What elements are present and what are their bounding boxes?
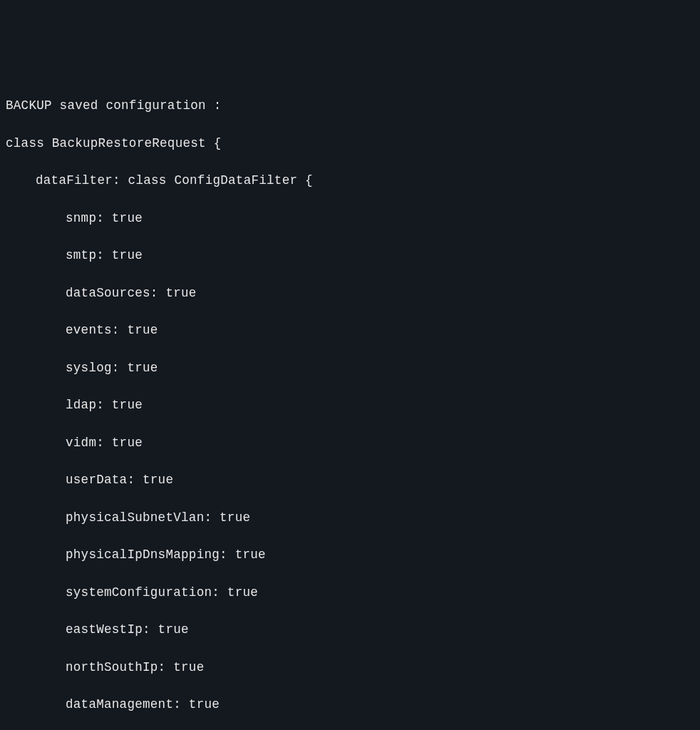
datafilter-field: systemConfiguration: true xyxy=(6,583,694,602)
output-header: BACKUP saved configuration : xyxy=(6,96,694,115)
datafilter-field: vidm: true xyxy=(6,433,694,452)
datafilter-field: snmp: true xyxy=(6,209,694,227)
terminal-output: BACKUP saved configuration : class Backu… xyxy=(6,78,694,730)
datafilter-field: eastWestIp: true xyxy=(6,620,694,639)
datafilter-field: dataSources: true xyxy=(6,284,694,302)
datafilter-field: physicalIpDnsMapping: true xyxy=(6,545,694,564)
datafilter-field: smtp: true xyxy=(6,246,694,264)
datafilter-field: userData: true xyxy=(6,471,694,489)
datafilter-field: syslog: true xyxy=(6,359,694,377)
datafilter-declaration: dataFilter: class ConfigDataFilter { xyxy=(6,171,694,190)
datafilter-field: ldap: true xyxy=(6,396,694,414)
datafilter-field: physicalSubnetVlan: true xyxy=(6,508,694,527)
class-declaration: class BackupRestoreRequest { xyxy=(6,134,694,153)
datafilter-field: northSouthIp: true xyxy=(6,658,694,677)
datafilter-field: dataManagement: true xyxy=(6,695,694,714)
datafilter-field: events: true xyxy=(6,321,694,339)
